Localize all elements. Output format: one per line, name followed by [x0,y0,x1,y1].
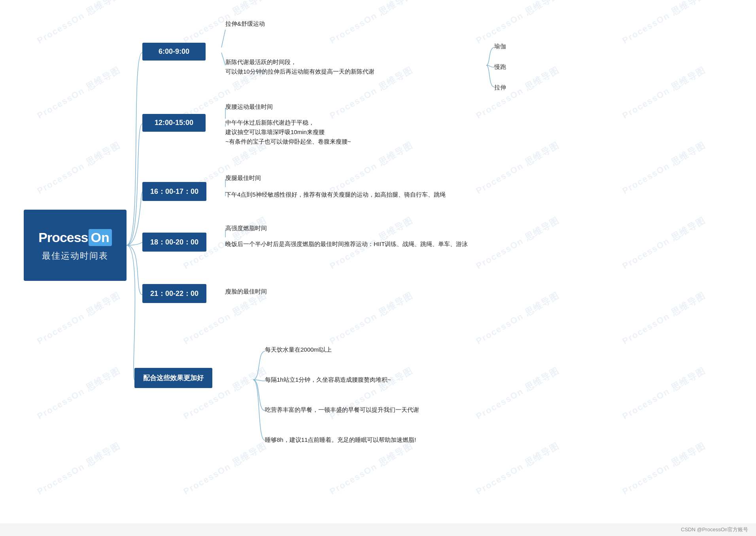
time-block-3: 16：00-17：00 [142,182,206,201]
branch-label-3-2: 下午4点到5神经敏感性很好，推荐有做有关瘦腿的运动，如高抬腿、骑自行车、跳绳 [225,190,446,199]
time-block-5: 21：00-22：00 [142,284,206,303]
sub-item-yoga: 瑜伽 [494,43,506,50]
time-block-2: 12:00-15:00 [142,114,206,132]
logo-inner: Process On [38,229,112,246]
branch-label-3-1: 廋腿最佳时间 [225,173,261,183]
extra-item-3: 吃营养丰富的早餐，一顿丰盛的早餐可以提升我们一天代谢 [265,405,419,415]
branch-label-4-1: 高强度燃脂时间 [225,223,267,233]
extra-item-2: 每隔1h站立1分钟，久坐容易造成腰腹赘肉堆积~ [265,375,391,384]
extra-block: 配合这些效果更加好 [134,368,212,388]
branch-label-4-2: 晚饭后一个半小时后是高强度燃脂的最佳时间推荐运动：HIIT训练、战绳、跳绳、单车… [225,239,468,249]
sub-item-jogging: 慢跑 [494,63,506,71]
extra-item-4: 睡够8h，建议11点前睡着。充足的睡眠可以帮助加速燃脂! [265,435,416,445]
footer-text: CSDN @ProcessOn官方账号 [681,526,748,533]
branch-label-2-2: 中午午休过后新陈代谢趋于平稳， 建议抽空可以靠墙深呼吸10min来瘦腰 ~有条件… [225,118,351,146]
time-block-1: 6:00-9:00 [142,43,206,61]
footer-bar: CSDN @ProcessOn官方账号 [0,523,756,536]
logo-on-text: On [89,229,112,246]
main-container: ProcessOn 思维导图ProcessOn 思维导图ProcessOn 思维… [0,0,756,536]
extra-item-1: 每天饮水量在2000ml以上 [265,345,332,354]
branch-label-1-2: 新陈代谢最活跃的时间段， 可以做10分钟的拉伸后再运动能有效提高一天的新陈代谢 [225,57,374,76]
time-block-4: 18：00-20：00 [142,233,206,252]
branch-label-5-1: 瘦脸的最佳时间 [225,287,267,296]
logo-box: Process On 最佳运动时间表 [24,210,127,281]
branch-label-2-1: 廋腰运动最佳时间 [225,102,273,112]
branch-label-1-1: 拉伸&舒缓运动 [225,19,265,28]
logo-process-text: Process [38,230,88,245]
sub-item-stretch: 拉伸 [494,84,506,91]
logo-subtitle: 最佳运动时间表 [42,250,108,262]
